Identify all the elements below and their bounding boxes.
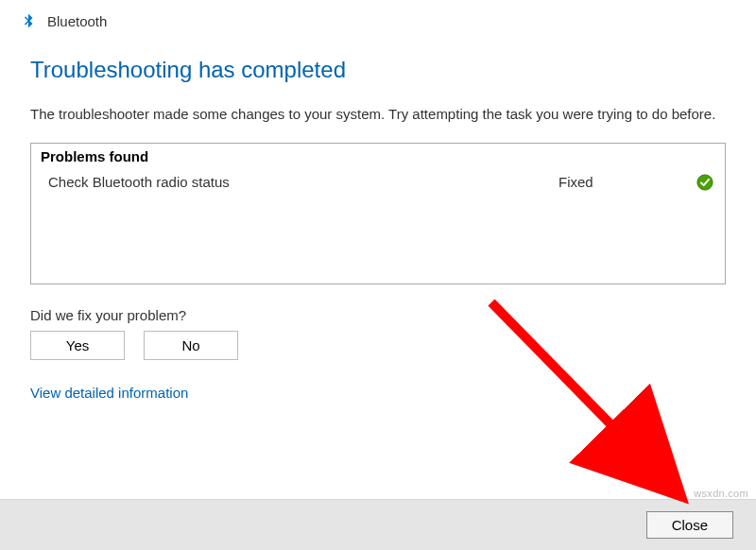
problem-row: Check Bluetooth radio status Fixed bbox=[31, 169, 725, 195]
footer-bar: Close bbox=[0, 499, 756, 550]
yes-button[interactable]: Yes bbox=[30, 331, 125, 360]
titlebar: Bluetooth bbox=[0, 0, 756, 38]
problem-status: Fixed bbox=[558, 174, 691, 190]
problems-header: Problems found bbox=[31, 144, 725, 169]
bluetooth-icon bbox=[19, 11, 38, 30]
fix-question-text: Did we fix your problem? bbox=[30, 307, 726, 323]
svg-point-0 bbox=[697, 174, 713, 189]
view-detailed-link[interactable]: View detailed information bbox=[30, 385, 188, 401]
page-heading: Troubleshooting has completed bbox=[30, 57, 726, 83]
watermark-text: wsxdn.com bbox=[694, 488, 748, 499]
close-button[interactable]: Close bbox=[646, 511, 733, 539]
no-button[interactable]: No bbox=[144, 331, 238, 360]
app-name: Bluetooth bbox=[47, 13, 107, 29]
content-area: Troubleshooting has completed The troubl… bbox=[0, 38, 756, 401]
yes-no-row: Yes No bbox=[30, 331, 726, 360]
problem-name: Check Bluetooth radio status bbox=[48, 174, 558, 190]
problems-found-box: Problems found Check Bluetooth radio sta… bbox=[30, 143, 726, 284]
description-text: The troubleshooter made some changes to … bbox=[30, 104, 726, 126]
fixed-check-icon bbox=[691, 173, 713, 191]
